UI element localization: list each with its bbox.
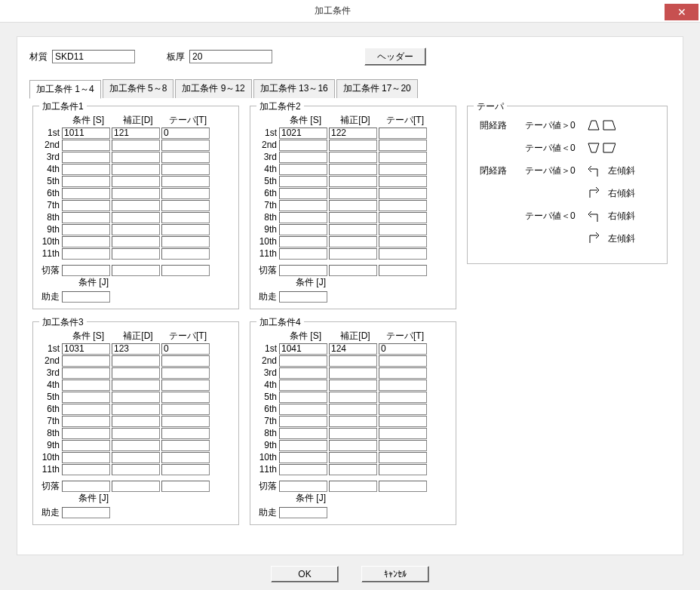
cell-d[interactable] <box>112 212 160 223</box>
cell-d[interactable] <box>112 248 160 260</box>
cell-s[interactable] <box>279 355 327 367</box>
cutoff-t[interactable] <box>161 265 210 276</box>
cell-t[interactable] <box>161 236 210 247</box>
cell-d[interactable] <box>329 140 377 151</box>
cell-d[interactable]: 123 <box>112 343 160 355</box>
cell-t[interactable] <box>161 367 210 379</box>
cell-d[interactable] <box>112 236 160 247</box>
cell-t[interactable] <box>379 128 427 139</box>
cell-t[interactable]: 0 <box>379 343 427 355</box>
material-field[interactable]: SKD11 <box>52 50 135 63</box>
cell-t[interactable] <box>161 440 210 451</box>
cell-s[interactable] <box>279 188 327 199</box>
cell-s[interactable] <box>62 224 110 235</box>
cell-s[interactable] <box>279 464 327 475</box>
cell-t[interactable] <box>379 355 427 367</box>
cell-t[interactable] <box>379 236 427 247</box>
cell-t[interactable] <box>379 428 427 439</box>
cell-d[interactable] <box>329 440 377 451</box>
cell-t[interactable] <box>161 404 210 415</box>
cell-d[interactable] <box>329 188 377 199</box>
cell-d[interactable] <box>329 248 377 260</box>
cell-s[interactable] <box>279 152 327 163</box>
cutoff-t[interactable] <box>379 481 427 492</box>
cell-d[interactable]: 124 <box>329 343 377 355</box>
cell-d[interactable] <box>329 176 377 187</box>
cell-d[interactable] <box>112 140 160 151</box>
cell-d[interactable] <box>329 416 377 427</box>
cell-d[interactable] <box>112 152 160 163</box>
cell-s[interactable]: 1031 <box>62 343 110 355</box>
cell-t[interactable] <box>161 452 210 463</box>
cutoff-s[interactable] <box>279 265 327 276</box>
cell-d[interactable] <box>329 392 377 403</box>
cell-s[interactable] <box>62 404 110 415</box>
cell-s[interactable] <box>62 200 110 211</box>
cell-d[interactable] <box>329 164 377 175</box>
cell-s[interactable] <box>62 248 110 260</box>
cell-t[interactable] <box>161 355 210 367</box>
cancel-button[interactable]: ｷｬﾝｾﾙ <box>361 566 429 582</box>
cell-s[interactable] <box>62 392 110 403</box>
tab-13-16[interactable]: 加工条件 13～16 <box>253 79 335 98</box>
cell-s[interactable] <box>279 416 327 427</box>
cell-t[interactable] <box>379 200 427 211</box>
cell-d[interactable] <box>112 164 160 175</box>
cell-s[interactable] <box>279 367 327 379</box>
approach-field[interactable] <box>62 507 110 518</box>
cell-s[interactable] <box>279 176 327 187</box>
cell-s[interactable] <box>62 176 110 187</box>
cell-d[interactable] <box>112 224 160 235</box>
cell-s[interactable] <box>279 224 327 235</box>
cell-s[interactable] <box>62 367 110 379</box>
cell-t[interactable] <box>379 188 427 199</box>
cell-d[interactable] <box>112 380 160 391</box>
cell-t[interactable] <box>161 188 210 199</box>
cell-s[interactable]: 1011 <box>62 128 110 139</box>
cell-d[interactable] <box>329 452 377 463</box>
cell-d[interactable] <box>112 428 160 439</box>
thickness-field[interactable]: 20 <box>189 50 272 63</box>
cell-d[interactable] <box>112 176 160 187</box>
cell-s[interactable] <box>62 355 110 367</box>
cell-t[interactable] <box>379 392 427 403</box>
cell-s[interactable] <box>279 212 327 223</box>
tab-5-8[interactable]: 加工条件 5～8 <box>103 79 174 98</box>
header-button[interactable]: ヘッダー <box>364 48 426 66</box>
cell-t[interactable] <box>161 152 210 163</box>
cell-d[interactable] <box>112 200 160 211</box>
approach-field[interactable] <box>62 291 110 303</box>
cutoff-s[interactable] <box>62 481 110 492</box>
cell-t[interactable] <box>379 464 427 475</box>
cell-t[interactable] <box>161 200 210 211</box>
cell-t[interactable] <box>379 164 427 175</box>
cell-s[interactable] <box>279 428 327 439</box>
cell-t[interactable] <box>161 416 210 427</box>
cell-d[interactable] <box>112 404 160 415</box>
cell-d[interactable] <box>112 440 160 451</box>
cell-t[interactable] <box>379 440 427 451</box>
cell-t[interactable] <box>161 140 210 151</box>
cell-s[interactable]: 1041 <box>279 343 327 355</box>
cell-s[interactable] <box>62 140 110 151</box>
cell-d[interactable] <box>329 428 377 439</box>
cell-t[interactable] <box>161 164 210 175</box>
cell-s[interactable] <box>62 152 110 163</box>
cell-d[interactable] <box>329 464 377 475</box>
cutoff-d[interactable] <box>329 265 377 276</box>
cell-t[interactable] <box>379 452 427 463</box>
cell-t[interactable] <box>379 176 427 187</box>
cell-t[interactable] <box>379 380 427 391</box>
cutoff-s[interactable] <box>279 481 327 492</box>
cell-d[interactable] <box>112 367 160 379</box>
close-button[interactable]: ✕ <box>665 4 698 20</box>
cell-s[interactable] <box>279 392 327 403</box>
cell-d[interactable] <box>329 200 377 211</box>
cell-s[interactable] <box>62 212 110 223</box>
cell-s[interactable] <box>279 200 327 211</box>
cell-s[interactable] <box>279 404 327 415</box>
cutoff-d[interactable] <box>112 481 160 492</box>
cell-d[interactable] <box>329 367 377 379</box>
cell-s[interactable] <box>62 164 110 175</box>
cell-d[interactable]: 121 <box>112 128 160 139</box>
